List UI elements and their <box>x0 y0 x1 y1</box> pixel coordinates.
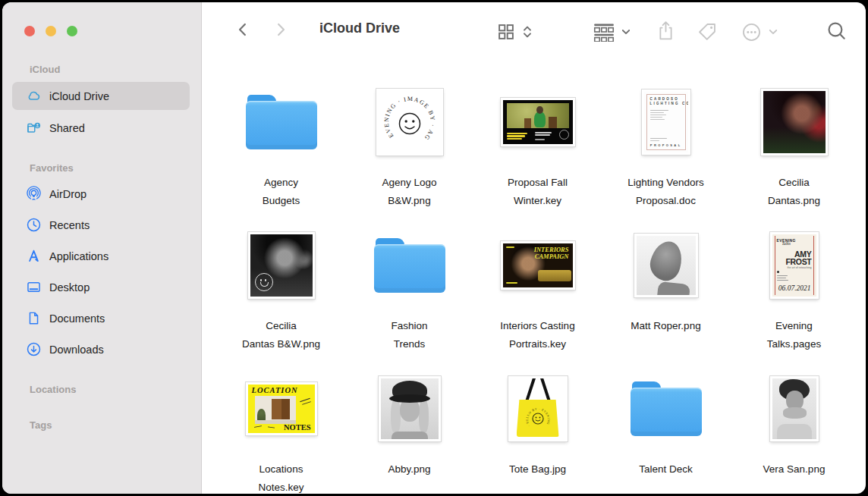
file-name: Interiors CastingPortraits.key <box>500 317 574 353</box>
sidebar-item-label: Desktop <box>49 281 90 294</box>
photo-thumbnail <box>637 236 696 295</box>
more-chevron-down-icon[interactable] <box>767 26 779 38</box>
file-name: Ageny LogoB&W.png <box>382 174 436 210</box>
file-name: FashionTrends <box>391 317 427 353</box>
file-item-cecilia-dantas[interactable]: CeciliaDantas.png <box>730 72 858 215</box>
sidebar-item-label: Shared <box>49 122 85 134</box>
sidebar-item-recents[interactable]: Recents <box>12 211 190 239</box>
file-name: LocationsNotes.key <box>258 460 303 494</box>
file-name: CeciliaDantas B&W.png <box>242 317 320 353</box>
sidebar-item-shared[interactable]: Shared <box>12 114 190 142</box>
back-button[interactable] <box>234 21 251 38</box>
file-name: Proposal FallWinter.key <box>508 174 568 210</box>
share-icon[interactable] <box>656 20 676 42</box>
group-chevron-down-icon[interactable] <box>620 26 632 38</box>
desktop-icon <box>25 279 42 296</box>
shared-folder-icon <box>25 120 42 137</box>
file-name: Abby.png <box>388 460 430 479</box>
sidebar-item-downloads[interactable]: Downloads <box>12 335 190 363</box>
clock-icon <box>25 217 42 234</box>
file-grid: AgencyBudgets EVENING · IMAGE BY · AGENC… <box>217 72 858 494</box>
folder-icon <box>374 238 445 293</box>
file-name: Talent Deck <box>639 460 693 479</box>
file-name: CeciliaDantas.png <box>768 174 820 210</box>
photo-thumbnail: · HELLO BY · EVENING AGENCY <box>511 378 565 439</box>
file-item-tote-bag[interactable]: · HELLO BY · EVENING AGENCY Tote Bag.jpg <box>473 359 602 494</box>
file-name: Tote Bag.jpg <box>509 460 566 479</box>
file-item-lighting-vendors[interactable]: CARDOSOLIGHTING CO. PROPOSAL Lighting Ve… <box>602 72 730 215</box>
file-item-vera-san[interactable]: Vera San.png <box>730 359 858 494</box>
keynote-thumbnail: LOCATION NOTES <box>248 385 315 433</box>
file-item-proposal-fall-winter[interactable]: Proposal FallWinter.key <box>473 72 602 215</box>
forward-button[interactable] <box>272 21 289 38</box>
file-item-cecilia-dantas-bw[interactable]: CeciliaDantas B&W.png <box>217 215 345 359</box>
photo-thumbnail <box>381 378 439 439</box>
photo-thumbnail <box>763 91 826 153</box>
zoom-button[interactable] <box>67 26 77 36</box>
cloud-icon <box>25 88 42 105</box>
sidebar-item-label: Recents <box>49 219 90 231</box>
photo-thumbnail <box>772 378 816 439</box>
file-item-agency-budgets[interactable]: AgencyBudgets <box>217 72 345 215</box>
sidebar: iCloud iCloud Drive Shared Favorites <box>2 2 202 494</box>
sidebar-item-icloud-drive[interactable]: iCloud Drive <box>12 82 190 110</box>
sidebar-item-documents[interactable]: Documents <box>12 304 190 332</box>
photo-thumbnail <box>250 234 313 297</box>
airdrop-icon <box>25 186 42 202</box>
svg-text:EVENING · IMAGE BY · AGENCY: EVENING · IMAGE BY · AGENCY <box>379 91 436 142</box>
sidebar-item-label: iCloud Drive <box>49 90 109 102</box>
close-button[interactable] <box>24 26 35 36</box>
sidebar-item-desktop[interactable]: Desktop <box>12 273 190 301</box>
more-ellipsis-icon[interactable] <box>741 22 762 42</box>
sidebar-item-airdrop[interactable]: AirDrop <box>12 180 190 208</box>
file-item-ageny-logo[interactable]: EVENING · IMAGE BY · AGENCY Ageny LogoB&… <box>345 72 473 215</box>
finder-window: iCloud iCloud Drive Shared Favorites <box>2 2 866 494</box>
view-chevrons-icon[interactable] <box>521 24 533 40</box>
section-header-locations: Locations <box>30 384 76 395</box>
folder-icon <box>631 381 702 436</box>
keynote-thumbnail: INTERIORSCAMPAIGN <box>503 243 573 287</box>
document-icon <box>25 310 42 327</box>
download-icon <box>25 341 42 358</box>
file-item-interiors-casting[interactable]: INTERIORSCAMPAIGN Interiors CastingPortr… <box>473 215 602 359</box>
file-item-matt-roper[interactable]: Matt Roper.png <box>602 215 730 359</box>
keynote-thumbnail <box>503 100 573 144</box>
section-header-favorites: Favorites <box>30 162 74 174</box>
grid-view-icon[interactable] <box>497 23 515 41</box>
file-item-locations-notes[interactable]: LOCATION NOTES LocationsNotes.key <box>217 359 345 494</box>
document-thumbnail: CARDOSOLIGHTING CO. PROPOSAL <box>644 92 688 152</box>
file-item-fashion-trends[interactable]: FashionTrends <box>345 215 473 359</box>
folder-icon <box>246 95 317 149</box>
file-item-evening-talks[interactable]: EVENING Talks AMYFROST the art of retouc… <box>730 215 858 359</box>
window-title: iCloud Drive <box>303 20 417 36</box>
app-store-icon <box>25 248 42 265</box>
sidebar-item-applications[interactable]: Applications <box>12 242 190 270</box>
sidebar-item-label: Applications <box>49 250 108 262</box>
file-name: Matt Roper.png <box>631 317 700 335</box>
file-name: EveningTalks.pages <box>767 317 821 353</box>
file-name: Vera San.png <box>763 460 826 479</box>
section-header-icloud: iCloud <box>30 64 60 75</box>
group-by-icon[interactable] <box>593 22 615 42</box>
pages-thumbnail: EVENING Talks AMYFROST the art of retouc… <box>772 234 816 297</box>
sidebar-item-label: Downloads <box>49 344 104 356</box>
sidebar-item-label: Documents <box>49 312 105 325</box>
file-name: Lighting VendorsProposal.doc <box>627 174 704 210</box>
file-item-talent-deck[interactable]: Talent Deck <box>602 359 730 494</box>
file-item-abby[interactable]: Abby.png <box>345 359 473 494</box>
minimize-button[interactable] <box>46 26 56 36</box>
image-thumbnail-smiley-stamp: EVENING · IMAGE BY · AGENCY <box>379 91 441 153</box>
sidebar-item-label: AirDrop <box>49 188 86 200</box>
search-icon[interactable] <box>826 20 848 42</box>
tag-icon[interactable] <box>697 21 718 42</box>
file-name: AgencyBudgets <box>263 174 300 210</box>
section-header-tags: Tags <box>30 419 52 431</box>
